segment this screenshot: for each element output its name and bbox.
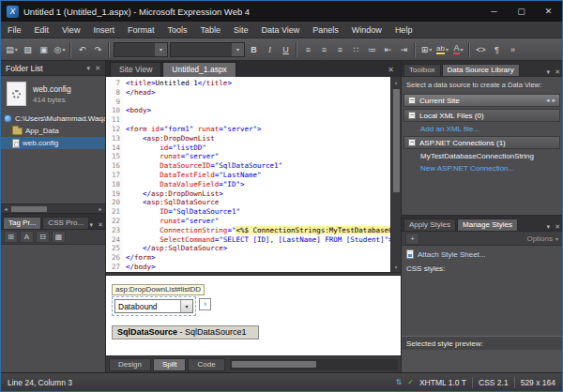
menu-item-view[interactable]: View [55, 22, 86, 38]
open-button[interactable]: ▧ [20, 41, 36, 58]
panel-menu-icon[interactable]: ▾ [87, 65, 91, 72]
minimize-button[interactable]: ─ [480, 1, 508, 22]
close-document-icon[interactable]: ✕ [385, 66, 397, 77]
show-set-properties-button[interactable]: ⊟ [36, 231, 50, 243]
scrollbar-thumb[interactable] [11, 206, 47, 212]
scroll-right-icon[interactable]: ▸ [96, 205, 105, 212]
grid-button[interactable]: ▦ [52, 231, 66, 243]
folder-tree-item[interactable]: web.config [1, 137, 105, 149]
view-button-code[interactable]: Code [188, 358, 224, 371]
align-center-button[interactable]: ≡ [316, 41, 332, 58]
sqldatasource-control[interactable]: SqlDataSource - SqlDataSource1 [112, 325, 259, 339]
panel-menu-icon[interactable]: ▾ [90, 221, 94, 229]
design-hscrollbar[interactable] [230, 359, 398, 370]
scroll-down-icon[interactable]: ▾ [394, 263, 398, 271]
code-view[interactable]: 789101112131415161718192021222324252627 … [106, 77, 401, 272]
collapse-icon[interactable]: − [408, 97, 416, 104]
scroll-right-icon[interactable]: ▸ [552, 97, 555, 104]
tab-apply-styles[interactable]: Apply Styles [403, 219, 456, 231]
dsl-section-header[interactable]: −ASP.NET Connections (1) [403, 136, 560, 149]
menu-item-format[interactable]: Format [121, 22, 161, 38]
new-document-button[interactable]: ▤▾ [4, 41, 20, 58]
scroll-left-icon[interactable]: ◂ [1, 205, 10, 212]
highlight-button[interactable]: ab▾ [434, 41, 450, 58]
view-button-split[interactable]: Split [153, 358, 187, 371]
collapse-icon[interactable]: − [408, 139, 416, 146]
underline-button[interactable]: U [278, 41, 294, 58]
maximize-button[interactable]: ▢ [508, 1, 535, 22]
tab-toolbox[interactable]: Toolbox [403, 64, 441, 76]
folder-list-hscrollbar[interactable]: ◂ ▸ [1, 204, 105, 213]
font-color-button[interactable]: A▾ [450, 41, 466, 58]
alphabetical-button[interactable]: A [20, 231, 34, 243]
scroll-left-icon[interactable]: ◂ [546, 97, 550, 104]
panel-close-icon[interactable]: ✕ [555, 223, 560, 231]
tab-tag-pr-[interactable]: Tag Pr... [3, 217, 41, 229]
align-right-button[interactable]: ≡ [332, 41, 348, 58]
dropdown-arrow-icon[interactable]: ▾ [180, 300, 192, 312]
menu-item-window[interactable]: Window [345, 22, 388, 38]
indent-button[interactable]: ⇥ [396, 41, 412, 58]
close-button[interactable]: ✕ [535, 1, 562, 22]
align-left-button[interactable]: ≡ [300, 41, 316, 58]
tab-css-pro-[interactable]: CSS Pro... [42, 217, 89, 229]
document-tab-untitled-1-aspx[interactable]: Untitled_1.aspx [162, 62, 236, 77]
view-button-design[interactable]: Design [109, 358, 151, 371]
panel-menu-icon[interactable]: ▾ [547, 223, 551, 231]
new-style-button[interactable]: + [405, 233, 419, 245]
bullets-button[interactable]: ∷ [348, 41, 364, 58]
document-tab-site-view[interactable]: Site View [110, 62, 161, 77]
preview-in-browser-button[interactable]: ◎▾ [52, 41, 68, 58]
borders-button[interactable]: ⊞▾ [418, 41, 434, 58]
redo-button[interactable]: ↷ [90, 41, 106, 58]
options-button[interactable]: Options ▾ [526, 234, 558, 243]
dsl-site-header[interactable]: −Current Site◂▸ [403, 94, 560, 107]
collapse-icon[interactable]: − [408, 112, 416, 119]
italic-button[interactable]: I [262, 41, 278, 58]
panel-close-icon[interactable]: ✕ [555, 68, 560, 76]
style-combo[interactable]: ▾ [114, 42, 168, 57]
numbering-button[interactable]: ≔ [364, 41, 380, 58]
show-tags-button[interactable]: <> [473, 41, 489, 58]
panel-close-icon[interactable]: ✕ [98, 221, 103, 229]
folder-tree-item[interactable]: C:\Users\Muhammad.Waqas\... [1, 113, 105, 125]
bold-button[interactable]: B [246, 41, 262, 58]
dsl-connection-item[interactable]: MyTestDatabaseConnectionString [403, 149, 560, 161]
menu-item-insert[interactable]: Insert [86, 22, 121, 38]
tab-data-source-library[interactable]: Data Source Library [442, 64, 520, 76]
undo-button[interactable]: ↶ [74, 41, 90, 58]
control-tag-label[interactable]: asp:DropDownList#listDD [112, 284, 205, 295]
menu-item-tools[interactable]: Tools [160, 22, 193, 38]
scroll-up-icon[interactable]: ▴ [394, 78, 398, 86]
design-view[interactable]: asp:DropDownList#listDD Databound ▾ › Sq… [106, 276, 401, 355]
paragraph-marks-button[interactable]: ¶ [489, 41, 505, 58]
font-combo[interactable]: ▾ [170, 42, 245, 57]
scrollbar-thumb[interactable] [232, 361, 316, 368]
toolbar-options-button[interactable]: » [505, 41, 521, 58]
smart-tag-button[interactable]: › [199, 298, 211, 310]
dropdownlist-control[interactable]: Databound ▾ [114, 299, 193, 313]
code-editor[interactable]: <title>Untitled 1</title></head><body><f… [123, 77, 390, 272]
menu-item-table[interactable]: Table [193, 22, 227, 38]
panel-close-icon[interactable]: ✕ [95, 65, 100, 72]
menu-item-file[interactable]: File [1, 22, 28, 38]
panel-menu-icon[interactable]: ▾ [547, 68, 551, 76]
menu-item-panels[interactable]: Panels [306, 22, 345, 38]
menu-item-help[interactable]: Help [388, 22, 419, 38]
folder-tree-item[interactable]: App_Data [1, 125, 105, 137]
dsl-link[interactable]: Add an XML file... [403, 122, 560, 134]
categorized-button[interactable]: ⊞ [4, 231, 18, 243]
dsl-link[interactable]: New ASP.NET Connection... [403, 161, 560, 173]
menu-item-data-view[interactable]: Data View [254, 22, 306, 38]
title-bar[interactable]: X Untitled 1 (Untitled_1.aspx) - Microso… [1, 1, 562, 22]
dsl-section-header[interactable]: −Local XML Files (0) [403, 109, 560, 122]
code-vscrollbar[interactable]: ▴ ▾ [390, 77, 401, 272]
tab-manage-styles[interactable]: Manage Styles [457, 219, 518, 231]
menu-item-edit[interactable]: Edit [28, 22, 56, 38]
outdent-button[interactable]: ⇤ [380, 41, 396, 58]
scrollbar-thumb[interactable] [393, 89, 400, 192]
menu-item-site[interactable]: Site [227, 22, 255, 38]
attach-style-sheet-link[interactable]: Attach Style Sheet... [402, 246, 562, 262]
save-button[interactable]: ▣ [36, 41, 52, 58]
chevron-down-icon: ▾ [446, 46, 449, 53]
